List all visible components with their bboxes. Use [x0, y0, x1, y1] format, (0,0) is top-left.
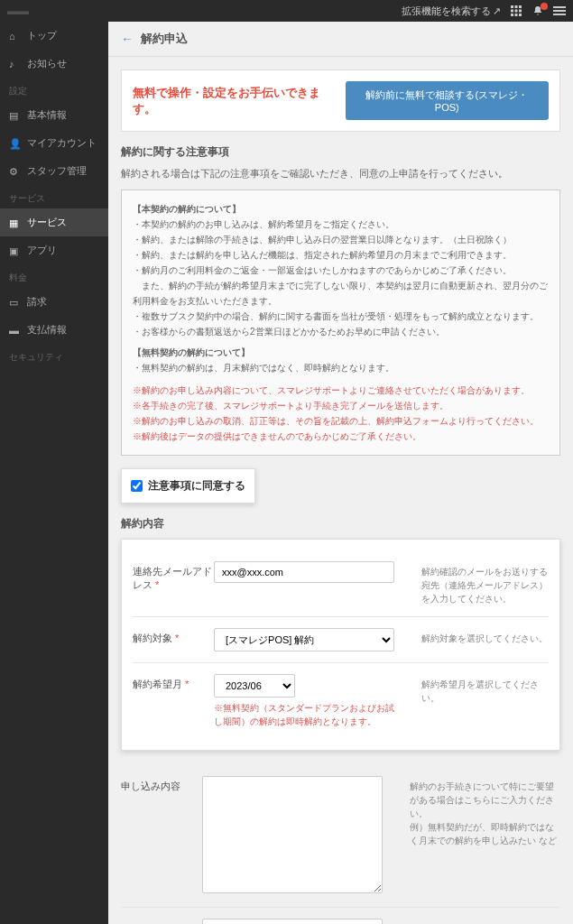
topbar: ▬▬ 拡張機能を検索する ↗ — [0, 0, 573, 22]
sidebar-section-security: セキュリティ — [0, 344, 108, 367]
svg-rect-0 — [511, 5, 513, 8]
external-link-icon: ↗ — [493, 5, 501, 17]
app-icon: ▣ — [9, 245, 20, 256]
email-input[interactable] — [214, 561, 394, 583]
sidebar-item-label: トップ — [27, 29, 57, 42]
consult-button[interactable]: 解約前に無料で相談する(スマレジ・POS) — [346, 81, 549, 120]
back-arrow-icon[interactable]: ← — [121, 32, 134, 46]
form-section-title: 解約内容 — [121, 516, 560, 531]
svg-rect-10 — [553, 10, 566, 12]
sidebar-item-top[interactable]: ⌂ トップ — [0, 22, 108, 50]
svg-rect-1 — [515, 5, 518, 8]
users-icon: ⚙ — [9, 166, 20, 177]
sidebar-item-label: 支払情報 — [27, 323, 67, 337]
help-banner: 無料で操作・設定をお手伝いできます。 解約前に無料で相談する(スマレジ・POS) — [121, 69, 560, 132]
sidebar-item-news[interactable]: ♪ お知らせ — [0, 50, 108, 78]
target-select[interactable]: [スマレジPOS] 解約 — [214, 628, 394, 651]
sidebar-item-payment[interactable]: ▬ 支払情報 — [0, 316, 108, 344]
sidebar: ⌂ トップ ♪ お知らせ 設定 ▤ 基本情報 👤 マイアカウント ⚙ スタッフ管… — [0, 22, 108, 924]
sidebar-section-service: サービス — [0, 185, 108, 208]
page-header: ← 解約申込 — [108, 22, 573, 57]
sidebar-item-label: お知らせ — [27, 57, 67, 70]
bell-icon: ♪ — [9, 59, 20, 69]
user-icon: 👤 — [9, 138, 20, 149]
topbar-logo: ▬▬ — [7, 5, 29, 17]
password-input[interactable] — [202, 919, 383, 924]
page-title: 解約申込 — [141, 31, 188, 47]
month-note: ※無料契約（スタンダードプランおよびお試し期間）の解約は即時解約となります。 — [214, 701, 394, 728]
notice-desc: 解約される場合は下記の注意事項をご確認いただき、同意の上申請を行ってください。 — [121, 167, 560, 180]
form-highlight: 連絡先メールアドレス * 解約確認のメールをお送りする宛先（連絡先メールアドレス… — [121, 539, 560, 751]
password-help: 本人確認のため、ログインパスワードを入力してください。 — [383, 919, 560, 924]
sidebar-item-app[interactable]: ▣ アプリ — [0, 236, 108, 264]
sidebar-section-settings: 設定 — [0, 78, 108, 101]
svg-rect-5 — [519, 10, 522, 13]
email-label: 連絡先メールアドレス * — [133, 561, 214, 605]
sidebar-item-service[interactable]: ▦ サービス — [0, 208, 108, 236]
content-label: 申し込み内容 — [121, 776, 202, 896]
sidebar-item-bill[interactable]: ▭ 請求 — [0, 288, 108, 316]
apps-grid-icon[interactable] — [510, 5, 522, 17]
credit-icon: ▬ — [9, 325, 20, 336]
help-banner-text: 無料で操作・設定をお手伝いできます。 — [133, 85, 335, 117]
sidebar-item-label: 請求 — [27, 295, 47, 309]
sidebar-item-label: マイアカウント — [27, 136, 97, 150]
notice-title: 解約に関する注意事項 — [121, 144, 560, 160]
month-select[interactable]: 2023/06 — [214, 674, 295, 698]
sidebar-item-account[interactable]: 👤 マイアカウント — [0, 129, 108, 157]
sidebar-section-fee: 料金 — [0, 264, 108, 288]
main-content: ← 解約申込 無料で操作・設定をお手伝いできます。 解約前に無料で相談する(スマ… — [108, 22, 573, 924]
sidebar-item-staff[interactable]: ⚙ スタッフ管理 — [0, 157, 108, 185]
svg-rect-8 — [519, 14, 522, 16]
month-label: 解約希望月 * — [133, 674, 214, 728]
notification-bell-icon[interactable] — [531, 5, 544, 17]
svg-rect-2 — [519, 5, 522, 8]
content-textarea[interactable] — [202, 776, 383, 893]
agree-checkbox[interactable] — [131, 480, 143, 492]
extension-search-link[interactable]: 拡張機能を検索する ↗ — [402, 5, 501, 18]
agree-label: 注意事項に同意する — [148, 478, 245, 494]
svg-rect-6 — [511, 14, 513, 16]
sidebar-item-label: アプリ — [27, 244, 57, 257]
sidebar-item-label: サービス — [27, 216, 67, 229]
doc-icon: ▤ — [9, 110, 20, 121]
svg-rect-11 — [553, 14, 566, 15]
hamburger-menu-icon[interactable] — [553, 5, 566, 17]
sidebar-item-label: 基本情報 — [27, 108, 67, 122]
month-help: 解約希望月を選択してください。 — [394, 674, 549, 728]
password-label: 確認パスワード * — [121, 919, 202, 924]
email-help: 解約確認のメールをお送りする宛先（連絡先メールアドレス）を入力してください。 — [394, 561, 549, 605]
notice-box: 【本契約の解約について】 ・本契約の解約のお申し込みは、解約希望月をご指定くださ… — [121, 189, 560, 456]
target-help: 解約対象を選択してください。 — [394, 628, 549, 651]
home-icon: ⌂ — [9, 31, 20, 42]
svg-rect-4 — [515, 10, 518, 13]
grid-icon: ▦ — [9, 217, 20, 228]
sidebar-item-label: スタッフ管理 — [27, 164, 87, 178]
sidebar-item-basic[interactable]: ▤ 基本情報 — [0, 101, 108, 129]
agree-box: 注意事項に同意する — [121, 468, 255, 504]
card-icon: ▭ — [9, 297, 20, 308]
svg-rect-7 — [515, 14, 518, 16]
svg-rect-9 — [553, 6, 566, 8]
svg-rect-3 — [511, 10, 513, 13]
content-help: 解約のお手続きについて特にご要望がある場合はこちらにご入力ください。 例）無料契… — [383, 776, 560, 896]
target-label: 解約対象 * — [133, 628, 214, 651]
